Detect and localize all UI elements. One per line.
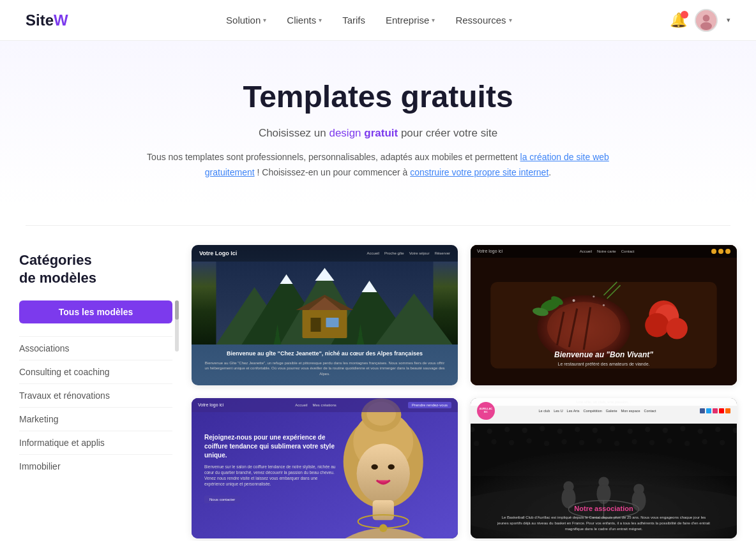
nav-link-entreprise[interactable]: Entreprise ▾ bbox=[386, 15, 435, 26]
svg-point-2 bbox=[700, 22, 712, 29]
scrollbar[interactable] bbox=[175, 300, 179, 352]
svg-point-98 bbox=[492, 439, 497, 444]
card-1-hero-image bbox=[192, 262, 458, 345]
logo-text: Site bbox=[26, 11, 54, 29]
card-2-title: Bienvenue au "Bon Vivant" bbox=[471, 350, 737, 359]
nav-link-solution[interactable]: Solution ▾ bbox=[226, 15, 266, 26]
card-1-description: Bienvenue au Gîte "Chez Jeanette", un re… bbox=[204, 360, 445, 376]
nav-link-tarifs[interactable]: Tarifs bbox=[342, 15, 365, 26]
category-item-travaux[interactable]: Travaux et rénovations bbox=[19, 383, 172, 407]
avatar-chevron-icon[interactable]: ▾ bbox=[727, 16, 730, 24]
svg-point-40 bbox=[603, 304, 605, 306]
card-4-content: Notre association Le Basketball Club d'A… bbox=[471, 505, 737, 532]
svg-point-104 bbox=[597, 438, 602, 443]
card-3-nav: Votre logo ici Accueil Mes créations Pre… bbox=[192, 398, 458, 412]
nav-item-entreprise[interactable]: Entreprise ▾ bbox=[386, 15, 435, 26]
hero-title: Templates gratuits bbox=[13, 79, 743, 114]
template-card-association[interactable]: AURILLACBC Le club Les U Les Arts Compét… bbox=[471, 398, 737, 538]
svg-rect-12 bbox=[303, 309, 347, 338]
card-4-logo-text: AURILLACBC bbox=[480, 408, 492, 414]
card-3-button: Nous contacter bbox=[204, 496, 240, 503]
svg-point-81 bbox=[522, 427, 527, 433]
svg-point-117 bbox=[633, 484, 644, 494]
sidebar: Catégories de modèles Tous les modèles A… bbox=[19, 245, 172, 541]
card-4-logo: AURILLACBC bbox=[477, 402, 495, 420]
svg-point-88 bbox=[645, 427, 650, 432]
svg-point-38 bbox=[573, 299, 575, 302]
card-2-nav-links: Accueil Notre carte Contact bbox=[580, 249, 635, 253]
template-card-gite[interactable]: Votre Logo Ici Accueil Proche gîte Votre… bbox=[192, 245, 458, 385]
svg-point-83 bbox=[557, 428, 563, 433]
card-4-branding: AURILLACBC bbox=[477, 402, 495, 420]
all-templates-button[interactable]: Tous les modèles bbox=[19, 300, 172, 323]
template-card-restaurant[interactable]: Votre logo ici Accueil Notre carte Conta… bbox=[471, 245, 737, 385]
nav-item-solution[interactable]: Solution ▾ bbox=[226, 15, 266, 26]
svg-point-110 bbox=[702, 439, 707, 444]
card-3-nav-links: Accueil Mes créations bbox=[295, 403, 336, 407]
chevron-down-icon: ▾ bbox=[509, 17, 512, 24]
category-item-associations[interactable]: Associations bbox=[19, 336, 172, 360]
instagram-icon bbox=[713, 408, 718, 413]
card-2-logo: Votre logo ici bbox=[477, 249, 503, 253]
svg-point-80 bbox=[504, 427, 510, 432]
svg-point-85 bbox=[593, 427, 598, 433]
chevron-down-icon: ▾ bbox=[263, 17, 266, 24]
card-3-content: Rejoignez-nous pour une expérience de co… bbox=[204, 433, 338, 503]
youtube-icon bbox=[719, 408, 724, 413]
chevron-down-icon: ▾ bbox=[319, 17, 322, 24]
svg-point-119 bbox=[598, 477, 609, 487]
svg-point-52 bbox=[379, 524, 388, 532]
svg-point-115 bbox=[563, 481, 574, 492]
nav-link-ressources[interactable]: Ressources ▾ bbox=[455, 15, 511, 26]
svg-point-48 bbox=[371, 464, 377, 469]
main-nav: SiteW Solution ▾ Clients ▾ Tarifs Entrep… bbox=[0, 0, 756, 41]
card-2-nav: Votre logo ici Accueil Notre carte Conta… bbox=[471, 245, 737, 258]
notification-button[interactable]: 🔔 bbox=[670, 12, 687, 29]
svg-point-49 bbox=[388, 464, 395, 469]
svg-point-101 bbox=[544, 441, 549, 446]
svg-rect-50 bbox=[373, 500, 394, 520]
svg-point-92 bbox=[715, 427, 720, 432]
category-item-consulting[interactable]: Consulting et coaching bbox=[19, 360, 172, 383]
card-4-title: Notre association bbox=[471, 505, 737, 512]
nav-item-tarifs[interactable]: Tarifs bbox=[342, 15, 365, 26]
hero-description: Tous nos templates sont professionnels, … bbox=[129, 150, 627, 181]
card-3-logo: Votre logo ici bbox=[198, 403, 223, 407]
category-item-immobilier[interactable]: Immobilier bbox=[19, 454, 172, 478]
card-1-logo: Votre Logo Ici bbox=[199, 250, 237, 257]
svg-point-39 bbox=[593, 295, 594, 297]
site-logo[interactable]: SiteW bbox=[26, 11, 68, 29]
svg-point-87 bbox=[628, 428, 633, 433]
nav-right-actions: 🔔 ▾ bbox=[670, 9, 730, 32]
svg-point-99 bbox=[509, 440, 514, 445]
nav-item-ressources[interactable]: Ressources ▾ bbox=[455, 15, 511, 26]
hero-link-construire[interactable]: construire votre propre site internet bbox=[410, 167, 548, 177]
card-2-subtitle: Le restaurant préféré des amateurs de vi… bbox=[471, 362, 737, 366]
card-1-nav: Votre Logo Ici Accueil Proche gîte Votre… bbox=[192, 245, 458, 262]
avatar[interactable] bbox=[695, 9, 718, 32]
dot-1 bbox=[711, 249, 716, 254]
nav-item-clients[interactable]: Clients ▾ bbox=[287, 15, 322, 26]
card-1-title: Bienvenue au gîte "Chez Jeanette", niché… bbox=[204, 350, 445, 358]
card-4-description: Le Basketball Club d'Aurillac est impliq… bbox=[497, 515, 711, 532]
template-card-coiffure[interactable]: Votre logo ici Accueil Mes créations Pre… bbox=[192, 398, 458, 538]
svg-point-100 bbox=[527, 438, 532, 443]
card-3-description: Bienvenue sur le salon de coiffure tenda… bbox=[204, 463, 338, 486]
card-3-title: Rejoignez-nous pour une expérience de co… bbox=[204, 433, 338, 459]
svg-point-79 bbox=[487, 428, 492, 433]
svg-point-84 bbox=[575, 427, 580, 432]
svg-point-86 bbox=[610, 426, 615, 431]
category-item-marketing[interactable]: Marketing bbox=[19, 407, 172, 431]
svg-point-1 bbox=[703, 15, 710, 22]
svg-rect-14 bbox=[326, 318, 339, 327]
chevron-down-icon: ▾ bbox=[432, 17, 435, 24]
nav-link-clients[interactable]: Clients ▾ bbox=[287, 15, 322, 26]
card-4-header: AURILLACBC Le club Les U Les Arts Compét… bbox=[471, 398, 737, 424]
section-divider bbox=[26, 225, 730, 226]
svg-point-103 bbox=[579, 440, 584, 445]
svg-point-106 bbox=[632, 439, 637, 444]
scrollbar-thumb[interactable] bbox=[175, 300, 179, 320]
category-item-informatique[interactable]: Informatique et applis bbox=[19, 431, 172, 454]
dot-3 bbox=[725, 249, 730, 254]
card-4-nav-links: Le club Les U Les Arts Compétition Galer… bbox=[538, 409, 656, 413]
